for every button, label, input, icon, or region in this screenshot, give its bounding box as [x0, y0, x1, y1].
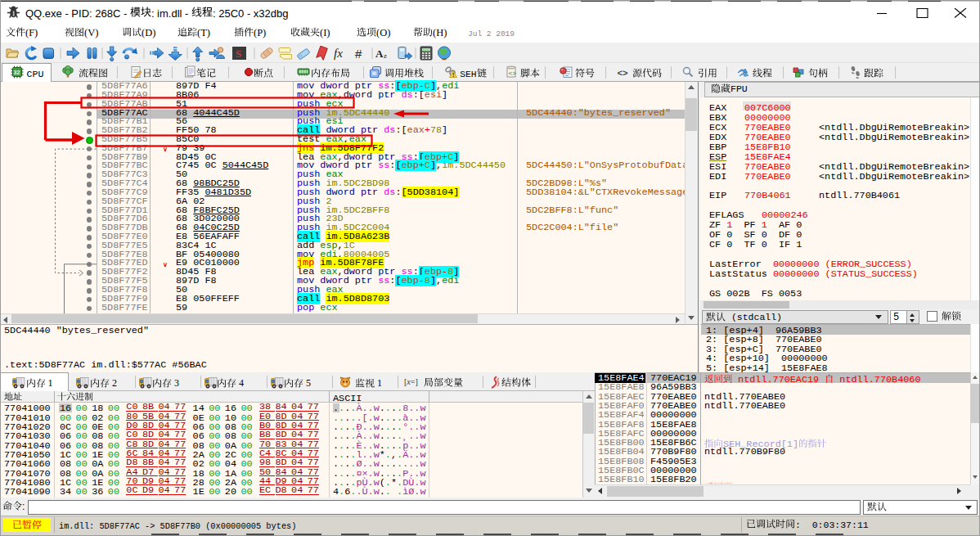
svg-text:!: !	[452, 72, 454, 78]
svg-text:#: #	[355, 47, 362, 61]
svg-text:z: z	[384, 52, 387, 60]
svg-text:<>: <>	[618, 69, 629, 79]
svg-text:A: A	[375, 47, 384, 60]
svg-text:fx: fx	[334, 47, 343, 60]
svg-text:32: 32	[13, 70, 20, 75]
svg-text:S: S	[236, 47, 241, 60]
svg-text:<>: <>	[509, 70, 517, 77]
